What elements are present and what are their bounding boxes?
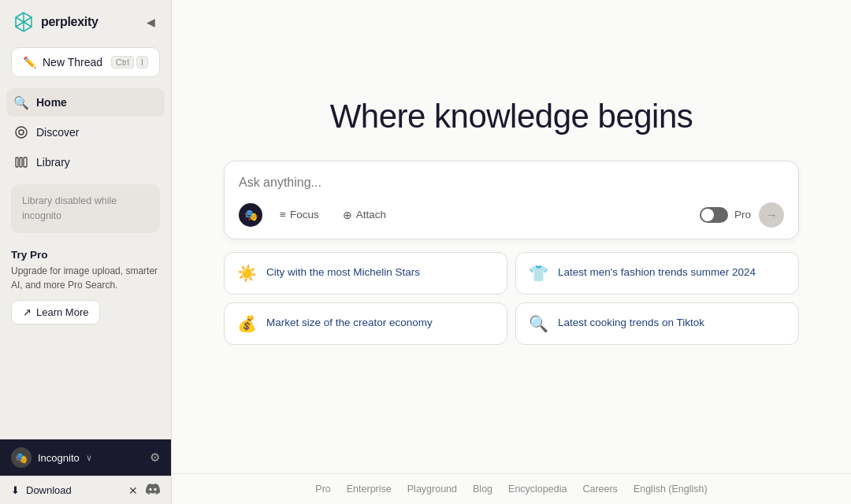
library-section: Library disabled while incognito [11, 184, 160, 233]
submit-button[interactable]: → [759, 202, 784, 228]
new-thread-button[interactable]: ✏️ New Thread Ctrl I [11, 47, 160, 77]
attach-icon: ⊕ [343, 209, 352, 221]
main-content: Where knowledge begins 🎭 ≡ Focus ⊕ Attac… [172, 0, 851, 504]
suggestion-text-2: Market size of the creator economy [266, 316, 433, 331]
learn-more-button[interactable]: ↗ Learn More [11, 300, 100, 324]
main-title: Where knowledge begins [330, 98, 693, 135]
sidebar-item-home[interactable]: 🔍 Home [6, 88, 165, 117]
arrow-up-right-icon: ↗ [23, 306, 32, 318]
suggestion-icon-2: 💰 [237, 314, 257, 333]
footer-link-playground[interactable]: Playground [407, 484, 457, 495]
chevron-down-icon: ∨ [86, 453, 92, 463]
suggestion-text-0: City with the most Michelin Stars [266, 265, 420, 280]
suggestions-grid: ☀️ City with the most Michelin Stars 👕 L… [224, 252, 799, 345]
download-icon: ⬇ [11, 484, 20, 496]
suggestion-icon-3: 🔍 [529, 314, 548, 333]
download-label: Download [26, 484, 72, 496]
download-social-icons: ✕ [128, 484, 160, 497]
try-pro-title: Try Pro [11, 249, 160, 261]
footer-link-encyclopedia[interactable]: Encyclopedia [508, 484, 567, 495]
sidebar: perplexity ◀ ✏️ New Thread Ctrl I 🔍 Home [0, 0, 172, 504]
main-body: Where knowledge begins 🎭 ≡ Focus ⊕ Attac… [172, 0, 851, 473]
incognito-label: Incognito [38, 452, 80, 464]
focus-icon: ≡ [280, 209, 286, 220]
collapse-icon: ◀ [147, 16, 155, 28]
keyboard-shortcut: Ctrl I [111, 56, 148, 69]
footer-link-blog[interactable]: Blog [473, 484, 492, 495]
learn-more-label: Learn More [36, 306, 88, 318]
suggestion-card-1[interactable]: 👕 Latest men's fashion trends summer 202… [515, 252, 799, 295]
user-avatar: 🎭 [239, 203, 262, 227]
sidebar-item-library[interactable]: Library [6, 148, 165, 176]
sidebar-item-library-label: Library [36, 156, 70, 169]
suggestion-card-0[interactable]: ☀️ City with the most Michelin Stars [224, 252, 507, 295]
shortcut-key: I [136, 56, 148, 69]
sidebar-item-discover[interactable]: Discover [6, 118, 165, 146]
footer-link-language[interactable]: English (English) [634, 484, 708, 495]
svg-point-1 [19, 130, 24, 135]
footer-link-pro[interactable]: Pro [315, 484, 330, 495]
nav-items: 🔍 Home Discover Library [0, 88, 171, 176]
sidebar-header: perplexity ◀ [0, 0, 171, 41]
attach-label: Attach [356, 209, 386, 220]
shortcut-ctrl: Ctrl [111, 56, 134, 69]
main-footer: Pro Enterprise Playground Blog Encyclope… [172, 473, 851, 504]
try-pro-section: Try Pro Upgrade for image upload, smarte… [11, 249, 160, 332]
attach-button[interactable]: ⊕ Attach [336, 205, 392, 225]
suggestion-text-1: Latest men's fashion trends summer 2024 [558, 265, 756, 280]
sidebar-item-home-label: Home [36, 96, 67, 109]
twitter-icon[interactable]: ✕ [128, 484, 138, 497]
incognito-left: 🎭 Incognito ∨ [11, 447, 92, 468]
gear-icon[interactable]: ⚙ [150, 450, 160, 465]
suggestion-card-3[interactable]: 🔍 Latest cooking trends on Tiktok [515, 302, 799, 345]
incognito-avatar: 🎭 [11, 447, 32, 468]
arrow-right-icon: → [766, 208, 778, 221]
footer-link-careers[interactable]: Careers [582, 484, 617, 495]
library-disabled-message: Library disabled while incognito [11, 184, 160, 233]
svg-rect-4 [24, 158, 27, 167]
footer-link-enterprise[interactable]: Enterprise [347, 484, 392, 495]
pro-toggle[interactable]: Pro [700, 207, 751, 223]
focus-button[interactable]: ≡ Focus [273, 205, 325, 224]
discover-icon [14, 125, 28, 139]
suggestion-icon-0: ☀️ [237, 264, 257, 283]
suggestion-text-3: Latest cooking trends on Tiktok [558, 316, 704, 331]
library-icon [14, 155, 28, 169]
search-input[interactable] [239, 176, 784, 190]
discord-icon[interactable] [146, 484, 160, 497]
download-left: ⬇ Download [11, 484, 72, 496]
svg-rect-2 [16, 158, 18, 167]
pro-label: Pro [734, 209, 751, 220]
library-disabled-text: Library disabled while incognito [22, 195, 117, 221]
download-bar: ⬇ Download ✕ [0, 476, 171, 504]
suggestion-card-2[interactable]: 💰 Market size of the creator economy [224, 302, 507, 345]
new-thread-label: New Thread [43, 56, 102, 69]
toggle-thumb [701, 209, 714, 221]
collapse-sidebar-button[interactable]: ◀ [143, 13, 158, 32]
svg-point-0 [16, 127, 27, 138]
search-toolbar-right: Pro → [700, 202, 784, 228]
search-toolbar: 🎭 ≡ Focus ⊕ Attach Pro [239, 202, 784, 228]
sidebar-item-discover-label: Discover [36, 126, 79, 139]
incognito-bar[interactable]: 🎭 Incognito ∨ ⚙ [0, 439, 171, 476]
logo: perplexity [13, 11, 98, 33]
search-box: 🎭 ≡ Focus ⊕ Attach Pro [224, 161, 799, 239]
svg-rect-3 [20, 158, 22, 167]
focus-label: Focus [290, 209, 319, 220]
suggestion-icon-1: 👕 [529, 264, 548, 283]
perplexity-logo-icon [13, 11, 35, 33]
try-pro-description: Upgrade for image upload, smarter AI, an… [11, 264, 160, 292]
search-toolbar-left: 🎭 ≡ Focus ⊕ Attach [239, 203, 392, 227]
toggle-track[interactable] [700, 207, 728, 223]
sidebar-bottom: 🎭 Incognito ∨ ⚙ ⬇ Download ✕ [0, 439, 171, 504]
new-thread-icon: ✏️ [23, 56, 36, 69]
home-icon: 🔍 [14, 95, 28, 109]
logo-text: perplexity [41, 15, 98, 29]
